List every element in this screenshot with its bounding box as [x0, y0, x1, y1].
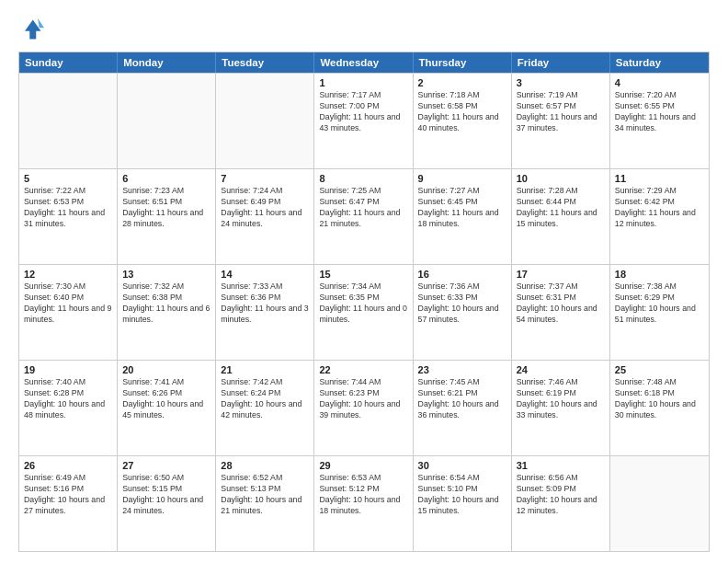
cell-day-number: 28: [221, 460, 309, 471]
svg-marker-1: [38, 18, 44, 29]
cal-cell-day-12: 12Sunrise: 7:30 AM Sunset: 6:40 PM Dayli…: [19, 265, 118, 360]
cell-info: Sunrise: 7:30 AM Sunset: 6:40 PM Dayligh…: [24, 282, 112, 326]
cell-info: Sunrise: 7:38 AM Sunset: 6:29 PM Dayligh…: [615, 282, 704, 326]
header-cell-saturday: Saturday: [610, 52, 709, 73]
cal-cell-day-5: 5Sunrise: 7:22 AM Sunset: 6:53 PM Daylig…: [19, 169, 118, 264]
cell-info: Sunrise: 7:20 AM Sunset: 6:55 PM Dayligh…: [615, 90, 704, 134]
header-cell-wednesday: Wednesday: [314, 52, 413, 73]
cal-cell-day-31: 31Sunrise: 6:56 AM Sunset: 5:09 PM Dayli…: [512, 456, 610, 551]
cell-day-number: 12: [24, 269, 112, 280]
cal-cell-day-20: 20Sunrise: 7:41 AM Sunset: 6:26 PM Dayli…: [118, 361, 216, 455]
cell-day-number: 15: [319, 269, 407, 280]
header-cell-monday: Monday: [118, 52, 216, 73]
cell-info: Sunrise: 7:28 AM Sunset: 6:44 PM Dayligh…: [517, 186, 605, 230]
cell-info: Sunrise: 7:36 AM Sunset: 6:33 PM Dayligh…: [418, 282, 506, 326]
cell-day-number: 21: [221, 364, 309, 375]
cal-cell-day-22: 22Sunrise: 7:44 AM Sunset: 6:23 PM Dayli…: [314, 361, 413, 455]
cell-day-number: 18: [615, 269, 704, 280]
cell-info: Sunrise: 7:23 AM Sunset: 6:51 PM Dayligh…: [122, 186, 210, 230]
cal-row-2: 12Sunrise: 7:30 AM Sunset: 6:40 PM Dayli…: [19, 264, 709, 360]
header-cell-sunday: Sunday: [19, 52, 118, 73]
cell-day-number: 6: [122, 173, 210, 184]
cell-info: Sunrise: 7:29 AM Sunset: 6:42 PM Dayligh…: [615, 186, 704, 230]
cell-info: Sunrise: 7:41 AM Sunset: 6:26 PM Dayligh…: [122, 377, 210, 421]
cell-day-number: 27: [122, 460, 210, 471]
header-cell-tuesday: Tuesday: [216, 52, 314, 73]
cell-day-number: 11: [615, 173, 704, 184]
cal-cell-day-13: 13Sunrise: 7:32 AM Sunset: 6:38 PM Dayli…: [118, 265, 216, 360]
cal-cell-empty-4-6: [610, 456, 709, 551]
cell-day-number: 8: [319, 173, 407, 184]
cell-day-number: 5: [24, 173, 112, 184]
cell-info: Sunrise: 7:22 AM Sunset: 6:53 PM Dayligh…: [24, 186, 112, 230]
cal-row-4: 26Sunrise: 6:49 AM Sunset: 5:16 PM Dayli…: [19, 455, 709, 551]
cell-day-number: 17: [517, 269, 605, 280]
header-cell-thursday: Thursday: [414, 52, 512, 73]
cal-cell-day-26: 26Sunrise: 6:49 AM Sunset: 5:16 PM Dayli…: [19, 456, 118, 551]
cell-day-number: 20: [122, 364, 210, 375]
logo: [18, 17, 48, 42]
cal-row-1: 5Sunrise: 7:22 AM Sunset: 6:53 PM Daylig…: [19, 168, 709, 264]
cal-cell-day-16: 16Sunrise: 7:36 AM Sunset: 6:33 PM Dayli…: [414, 265, 512, 360]
cell-info: Sunrise: 7:24 AM Sunset: 6:49 PM Dayligh…: [221, 186, 309, 230]
calendar: SundayMondayTuesdayWednesdayThursdayFrid…: [18, 52, 710, 552]
cal-cell-empty-0-1: [118, 74, 216, 168]
cell-day-number: 25: [615, 364, 704, 375]
cell-day-number: 1: [319, 77, 407, 88]
cal-cell-day-29: 29Sunrise: 6:53 AM Sunset: 5:12 PM Dayli…: [314, 456, 413, 551]
logo-icon: [18, 17, 44, 42]
cal-cell-day-2: 2Sunrise: 7:18 AM Sunset: 6:58 PM Daylig…: [414, 74, 512, 168]
cell-day-number: 16: [418, 269, 506, 280]
cal-cell-day-27: 27Sunrise: 6:50 AM Sunset: 5:15 PM Dayli…: [118, 456, 216, 551]
cell-day-number: 10: [517, 173, 605, 184]
cell-day-number: 9: [418, 173, 506, 184]
cell-info: Sunrise: 7:19 AM Sunset: 6:57 PM Dayligh…: [517, 90, 605, 134]
cal-cell-day-15: 15Sunrise: 7:34 AM Sunset: 6:35 PM Dayli…: [314, 265, 413, 360]
cal-cell-day-10: 10Sunrise: 7:28 AM Sunset: 6:44 PM Dayli…: [512, 169, 610, 264]
cell-info: Sunrise: 6:52 AM Sunset: 5:13 PM Dayligh…: [221, 473, 309, 517]
cal-cell-day-1: 1Sunrise: 7:17 AM Sunset: 7:00 PM Daylig…: [314, 74, 413, 168]
cell-day-number: 2: [418, 77, 506, 88]
cell-info: Sunrise: 7:27 AM Sunset: 6:45 PM Dayligh…: [418, 186, 506, 230]
cell-day-number: 19: [24, 364, 112, 375]
cal-cell-day-28: 28Sunrise: 6:52 AM Sunset: 5:13 PM Dayli…: [216, 456, 314, 551]
cell-info: Sunrise: 6:50 AM Sunset: 5:15 PM Dayligh…: [122, 473, 210, 517]
cell-info: Sunrise: 7:46 AM Sunset: 6:19 PM Dayligh…: [517, 377, 605, 421]
cell-info: Sunrise: 7:37 AM Sunset: 6:31 PM Dayligh…: [517, 282, 605, 326]
calendar-body: 1Sunrise: 7:17 AM Sunset: 7:00 PM Daylig…: [19, 73, 709, 551]
cal-cell-day-21: 21Sunrise: 7:42 AM Sunset: 6:24 PM Dayli…: [216, 361, 314, 455]
cal-cell-day-14: 14Sunrise: 7:33 AM Sunset: 6:36 PM Dayli…: [216, 265, 314, 360]
cal-cell-empty-0-2: [216, 74, 314, 168]
cal-cell-day-4: 4Sunrise: 7:20 AM Sunset: 6:55 PM Daylig…: [610, 74, 709, 168]
cell-day-number: 22: [319, 364, 407, 375]
cal-row-0: 1Sunrise: 7:17 AM Sunset: 7:00 PM Daylig…: [19, 73, 709, 168]
header: [18, 17, 710, 42]
cal-cell-day-7: 7Sunrise: 7:24 AM Sunset: 6:49 PM Daylig…: [216, 169, 314, 264]
cell-info: Sunrise: 7:42 AM Sunset: 6:24 PM Dayligh…: [221, 377, 309, 421]
calendar-header-row: SundayMondayTuesdayWednesdayThursdayFrid…: [19, 52, 709, 73]
cal-cell-day-30: 30Sunrise: 6:54 AM Sunset: 5:10 PM Dayli…: [414, 456, 512, 551]
cell-info: Sunrise: 7:18 AM Sunset: 6:58 PM Dayligh…: [418, 90, 506, 134]
cell-info: Sunrise: 7:34 AM Sunset: 6:35 PM Dayligh…: [319, 282, 407, 326]
cal-cell-day-9: 9Sunrise: 7:27 AM Sunset: 6:45 PM Daylig…: [414, 169, 512, 264]
page: SundayMondayTuesdayWednesdayThursdayFrid…: [0, 0, 728, 563]
cal-cell-day-11: 11Sunrise: 7:29 AM Sunset: 6:42 PM Dayli…: [610, 169, 709, 264]
cell-day-number: 7: [221, 173, 309, 184]
cell-day-number: 14: [221, 269, 309, 280]
cell-day-number: 24: [517, 364, 605, 375]
cal-cell-day-6: 6Sunrise: 7:23 AM Sunset: 6:51 PM Daylig…: [118, 169, 216, 264]
cal-cell-day-18: 18Sunrise: 7:38 AM Sunset: 6:29 PM Dayli…: [610, 265, 709, 360]
cal-cell-day-17: 17Sunrise: 7:37 AM Sunset: 6:31 PM Dayli…: [512, 265, 610, 360]
cell-info: Sunrise: 6:56 AM Sunset: 5:09 PM Dayligh…: [517, 473, 605, 517]
cell-info: Sunrise: 6:54 AM Sunset: 5:10 PM Dayligh…: [418, 473, 506, 517]
cell-info: Sunrise: 7:40 AM Sunset: 6:28 PM Dayligh…: [24, 377, 112, 421]
cal-cell-empty-0-0: [19, 74, 118, 168]
cal-row-3: 19Sunrise: 7:40 AM Sunset: 6:28 PM Dayli…: [19, 360, 709, 455]
cal-cell-day-23: 23Sunrise: 7:45 AM Sunset: 6:21 PM Dayli…: [414, 361, 512, 455]
cell-day-number: 31: [517, 460, 605, 471]
cell-info: Sunrise: 7:32 AM Sunset: 6:38 PM Dayligh…: [122, 282, 210, 326]
cell-info: Sunrise: 6:49 AM Sunset: 5:16 PM Dayligh…: [24, 473, 112, 517]
cal-cell-day-8: 8Sunrise: 7:25 AM Sunset: 6:47 PM Daylig…: [314, 169, 413, 264]
cell-info: Sunrise: 7:45 AM Sunset: 6:21 PM Dayligh…: [418, 377, 506, 421]
cell-day-number: 23: [418, 364, 506, 375]
